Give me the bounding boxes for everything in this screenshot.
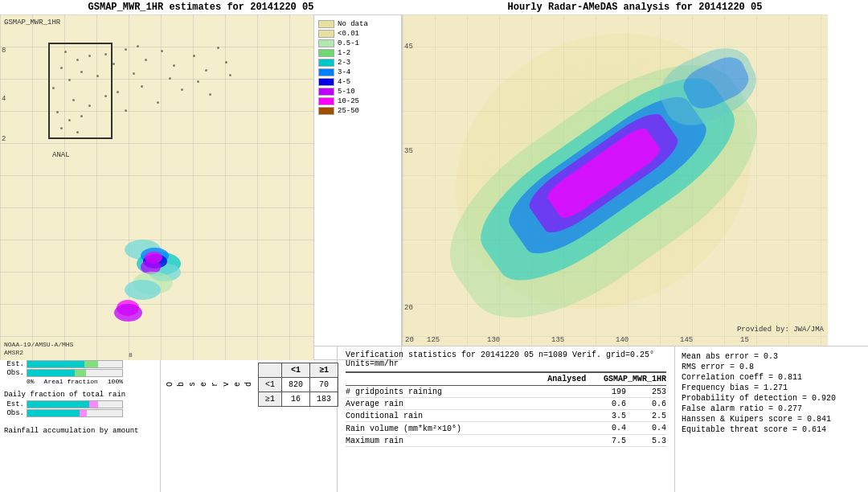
est-fill-green-occ — [84, 361, 99, 367]
dot — [161, 50, 163, 52]
dot — [205, 69, 207, 72]
main-container: GSMAP_MWR_1HR estimates for 20141220 05 … — [0, 0, 868, 492]
legend-label-0: <0.01 — [338, 30, 359, 38]
ct-row-label-lt1: <1 — [259, 378, 282, 392]
dot — [225, 61, 227, 64]
dot — [229, 74, 231, 76]
legend-color-8 — [318, 107, 334, 115]
rain-cyan-4 — [125, 280, 161, 300]
score-2: Correlation coeff = 0.811 — [682, 373, 862, 382]
selection-box — [48, 43, 113, 139]
obs-label-occ: Obs. — [4, 369, 24, 377]
right-lon-20: 20 — [405, 336, 414, 344]
legend-color-5 — [318, 78, 334, 86]
credit-label: Provided by: JWA/JMA — [737, 326, 824, 334]
axis-mid: Areal fraction — [44, 378, 98, 385]
verification-title: Verification statistics for 20141220 05 … — [346, 351, 666, 368]
score-0: Mean abs error = 0.3 — [682, 352, 862, 361]
right-lat-35: 35 — [404, 147, 413, 155]
legend-item-7: 10-25 — [318, 97, 359, 105]
dot — [141, 85, 143, 88]
ct-header-empty — [259, 363, 282, 378]
legend-item-1: 0.5-1 — [318, 39, 359, 47]
score-6: Hanssen & Kuipers score = 0.841 — [682, 415, 862, 424]
est-row-rain: Est. — [4, 400, 156, 408]
legend-item-6: 5-10 — [318, 88, 355, 96]
lat-label-4: 4 — [2, 95, 6, 103]
lon-label: 8 — [129, 351, 133, 359]
legend-label-8: 25-50 — [338, 107, 359, 115]
est-fill-magenta-rain — [89, 401, 99, 408]
dot — [181, 88, 183, 91]
right-lat-20: 20 — [404, 304, 413, 312]
top-row: GSMAP_MWR_1HR estimates for 20141220 05 … — [0, 0, 868, 346]
legend-label-4: 3-4 — [338, 68, 350, 76]
dot — [137, 45, 139, 47]
obs-fill-cyan-rain — [27, 410, 80, 416]
right-lon-15: 15 — [740, 336, 749, 344]
dot — [113, 63, 115, 65]
est-label-rain: Est. — [4, 400, 24, 408]
est-row-occ: Est. — [4, 360, 156, 368]
legend-label-1: 0.5-1 — [338, 39, 359, 47]
bar-axis-occ: 0% Areal fraction 100% — [27, 378, 123, 385]
contingency-wrapper: Observed <1 ≥1 <1 820 70 — [165, 363, 333, 407]
stat-analysed-3: 0.4 — [586, 424, 626, 433]
score-3: Frequency bias = 1.271 — [682, 383, 862, 392]
noaa-label: NOAA-19/AMSU-A/MHS — [4, 341, 73, 348]
dot — [217, 47, 219, 49]
stat-gsmap-0: 253 — [626, 387, 666, 396]
right-lon-145: 145 — [680, 336, 693, 344]
stats-row-3: Rain volume (mm*km²×10⁶) 0.4 0.4 — [346, 424, 666, 435]
col-header-gsmap: GSMAP_MWR_1HR — [586, 375, 666, 383]
dot — [145, 59, 147, 61]
legend-item-4: 3-4 — [318, 68, 350, 76]
legend-nodata-color — [318, 20, 334, 28]
ct-row-label-gte1: ≥1 — [259, 392, 282, 407]
bottom-bar-charts: Daily fraction by occurrence Est. Obs. — [0, 346, 161, 492]
right-lon-125: 125 — [427, 336, 440, 344]
legend-color-2 — [318, 49, 334, 57]
legend-color-7 — [318, 97, 334, 105]
est-label-occ: Est. — [4, 360, 24, 368]
stat-gsmap-3: 0.4 — [626, 424, 666, 433]
right-lon-130: 130 — [487, 336, 500, 344]
amsr2-label: AMSR2 — [4, 349, 23, 356]
stat-label-2: Conditional rain — [346, 412, 586, 420]
est-bar-rain — [27, 400, 123, 408]
col-header-analysed: Analysed — [506, 375, 587, 383]
divider — [346, 371, 666, 373]
stat-gsmap-4: 5.3 — [626, 437, 666, 445]
legend-item-5: 4-5 — [318, 78, 350, 86]
total-rain-title: Daily fraction of total rain — [4, 391, 156, 399]
legend-color-4 — [318, 68, 334, 76]
ct-cell-16: 16 — [282, 392, 310, 407]
left-map: 8 4 2 GSMAP_MWR_1HR ANAL — [0, 14, 313, 360]
legend-item-8: 25-50 — [318, 107, 359, 115]
ct-cell-820: 820 — [282, 378, 310, 392]
obs-fill-cyan-occ — [27, 370, 75, 376]
score-7: Equitable threat score = 0.614 — [682, 425, 862, 434]
score-5: False alarm ratio = 0.277 — [682, 404, 862, 413]
left-map-grid — [0, 14, 313, 360]
rain-purple-2 — [114, 304, 142, 322]
legend-color-0 — [318, 30, 334, 38]
ct-header-lt1: <1 — [282, 363, 310, 378]
legend-panel: No data <0.01 0.5-1 1-2 — [313, 14, 402, 360]
accumulation-label: Rainfall accumulation by amount — [4, 427, 156, 435]
stat-analysed-0: 199 — [586, 387, 626, 396]
stat-analysed-2: 3.5 — [586, 412, 626, 420]
legend-label-7: 10-25 — [338, 97, 359, 105]
bottom-row: Daily fraction by occurrence Est. Obs. — [0, 346, 868, 492]
dot — [169, 77, 171, 80]
right-lon-135: 135 — [551, 336, 564, 344]
est-bar-occ — [27, 360, 123, 368]
obs-row-rain: Obs. — [4, 409, 156, 417]
dot — [125, 109, 127, 112]
obs-fill-magenta-rain — [80, 410, 87, 416]
lat-label-8: 8 — [2, 47, 6, 55]
legend-nodata: No data — [318, 20, 368, 28]
legend-label-2: 1-2 — [338, 49, 350, 57]
stats-row-0: # gridpoints raining 199 253 — [346, 387, 666, 398]
right-map: 45 35 20 125 130 135 140 145 15 20 Provi… — [402, 14, 828, 346]
